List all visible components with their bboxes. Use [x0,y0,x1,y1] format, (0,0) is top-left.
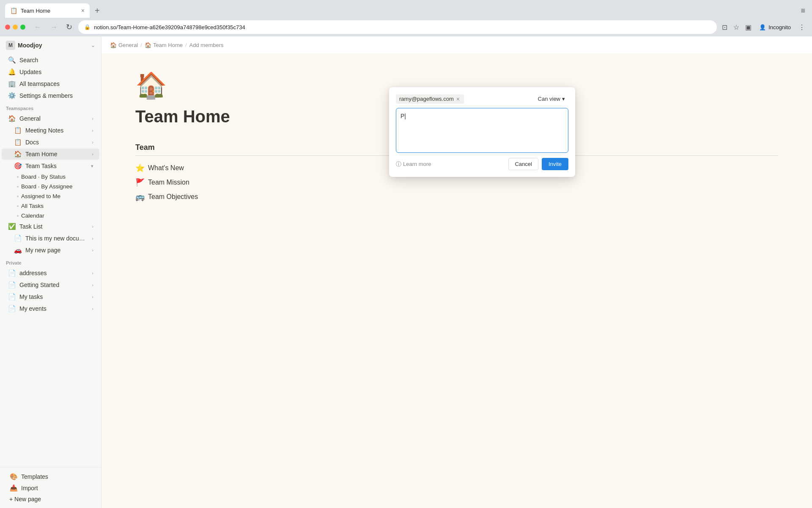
sidebar-footer: 🎨 Templates 📥 Import + New page [0,467,101,508]
tag-remove-button[interactable]: × [455,96,461,102]
sidebar-item-search[interactable]: 🔍 Search [2,55,99,66]
sidebar-item-templates[interactable]: 🎨 Templates [3,471,98,482]
bookmark-icon[interactable]: ☆ [732,22,741,33]
all-teamspaces-icon: 🏢 [8,80,16,88]
getting-started-icon: 📄 [8,281,16,289]
sidebar-item-my-tasks[interactable]: 📄 My tasks › [2,291,99,302]
tab-menu-icon[interactable]: ≡ [799,5,807,17]
updates-icon: 🔔 [8,68,16,76]
import-icon: 📥 [9,484,18,492]
my-events-chevron-icon: › [92,306,93,311]
sidebar-label-meeting-notes: Meeting Notes [25,127,88,134]
sidebar-label-my-events: My events [19,305,88,312]
new-page-label: + New page [9,496,92,502]
sidebar-item-meeting-notes[interactable]: 📋 Meeting Notes › [2,125,99,136]
my-tasks-icon: 📄 [8,293,16,301]
sidebar-item-import[interactable]: 📥 Import [3,483,98,494]
general-icon: 🏠 [8,115,16,122]
invite-message-input[interactable] [401,113,564,146]
sidebar-label-search: Search [19,57,93,64]
invite-permission-dropdown[interactable]: Can view ▾ [535,94,568,104]
profile-button[interactable]: 👤 Incognito [756,22,794,32]
tab-title-label: Team Home [21,8,78,14]
breadcrumb-general[interactable]: 🏠 General [110,42,138,48]
sidebar-sub-assigned-me[interactable]: Assigned to Me [2,192,99,201]
address-url: notion.so/Team-Home-a626e39209a748798e9c… [94,24,711,30]
breadcrumb-general-label: General [118,42,138,48]
sidebar-item-getting-started[interactable]: 📄 Getting Started › [2,279,99,290]
addresses-chevron-icon: › [92,271,93,276]
sidebar-sub-board-assignee[interactable]: Board · By Assignee [2,182,99,191]
sidebar-item-all-teamspaces[interactable]: 🏢 All teamspaces [2,78,99,89]
meeting-notes-icon: 📋 [14,127,22,134]
invite-footer-actions: Cancel Invite [508,158,568,170]
sidebar-item-task-list[interactable]: ✅ Task List › [2,221,99,232]
my-new-page-icon: 🚗 [14,246,22,254]
team-mission-icon: 🚩 [135,178,145,187]
sidebar-sub-label-all-tasks: All Tasks [21,203,44,209]
close-traffic-light[interactable] [5,25,10,30]
team-home-chevron-icon: › [92,152,93,157]
team-mission-link[interactable]: 🚩 Team Mission [135,175,448,190]
workspace-icon: M [6,41,15,50]
profile-icon: 👤 [759,24,766,30]
permission-label: Can view [538,96,560,102]
breadcrumb-sep-2: / [185,42,187,48]
sidebar-item-my-events[interactable]: 📄 My events › [2,303,99,314]
sidebar-label-new-document: This is my new document [25,235,88,242]
cast-icon[interactable]: ⊡ [720,22,729,33]
breadcrumb-team-home-icon: 🏠 [145,42,151,48]
sidebar-item-team-home[interactable]: 🏠 Team Home › [2,149,99,160]
sidebar-sub-board-status[interactable]: Board · By Status [2,172,99,181]
forward-button[interactable]: → [47,21,60,33]
sidebar-item-addresses[interactable]: 📄 addresses › [2,268,99,279]
tab-close-button[interactable]: × [81,7,85,14]
sidebar-sub-all-tasks[interactable]: All Tasks [2,202,99,210]
new-document-icon: 📄 [14,235,22,242]
sidebar-label-import: Import [21,485,92,491]
sidebar-item-docs[interactable]: 📋 Docs › [2,137,99,148]
sidebar-item-my-new-page[interactable]: 🚗 My new page › [2,245,99,256]
sidebar-sub-calendar[interactable]: Calendar [2,211,99,220]
active-tab[interactable]: 📋 Team Home × [5,3,90,18]
breadcrumb-team-home[interactable]: 🏠 Team Home [145,42,183,48]
sidebar-item-team-tasks[interactable]: 🎯 Team Tasks ▾ [2,160,99,171]
invite-popup: ramy@pageflows.com × Can view ▾ ⓘ Learn … [389,87,575,177]
breadcrumb-team-home-label: Team Home [153,42,183,48]
maximize-traffic-light[interactable] [20,25,25,30]
cancel-button[interactable]: Cancel [508,158,538,170]
whats-new-label: What's New [148,164,184,172]
back-button[interactable]: ← [31,21,44,33]
invite-button[interactable]: Invite [542,158,568,170]
settings-icon: ⚙️ [8,92,16,99]
minimize-traffic-light[interactable] [13,25,18,30]
addresses-icon: 📄 [8,269,16,277]
new-page-button[interactable]: + New page [3,494,98,504]
task-list-icon: ✅ [8,223,16,230]
learn-more-link[interactable]: ⓘ Learn more [396,160,431,168]
templates-icon: 🎨 [9,473,18,480]
sidebar-item-new-document[interactable]: 📄 This is my new document › [2,233,99,244]
breadcrumb-add-members-label: Add members [189,42,224,48]
workspace-name: Moodjoy [18,42,88,49]
sidebar-item-updates[interactable]: 🔔 Updates [2,66,99,77]
sidebar-label-addresses: addresses [19,270,88,276]
getting-started-chevron-icon: › [92,282,93,287]
learn-more-icon: ⓘ [396,160,401,168]
sidebar-label-all-teamspaces: All teamspaces [19,80,93,87]
breadcrumb-add-members[interactable]: Add members [189,42,224,48]
team-objectives-link[interactable]: 🚌 Team Objectives [135,190,448,204]
sidebar-item-general[interactable]: 🏠 General › [2,113,99,124]
sidebar-icon[interactable]: ▣ [743,22,753,33]
toolbar-actions: ⊡ ☆ ▣ 👤 Incognito ⋮ [720,22,807,33]
sub-dot-icon [17,196,19,197]
browser-menu-icon[interactable]: ⋮ [797,22,807,33]
workspace-header[interactable]: M Moodjoy ⌄ [0,36,101,54]
search-icon: 🔍 [8,56,16,64]
new-tab-button[interactable]: + [91,6,103,16]
sidebar-item-settings[interactable]: ⚙️ Settings & members [2,90,99,101]
reload-button[interactable]: ↻ [63,21,75,33]
team-tasks-chevron-icon: ▾ [91,163,93,169]
invite-message-area[interactable] [396,108,568,153]
address-bar[interactable]: 🔒 notion.so/Team-Home-a626e39209a748798e… [78,20,717,34]
